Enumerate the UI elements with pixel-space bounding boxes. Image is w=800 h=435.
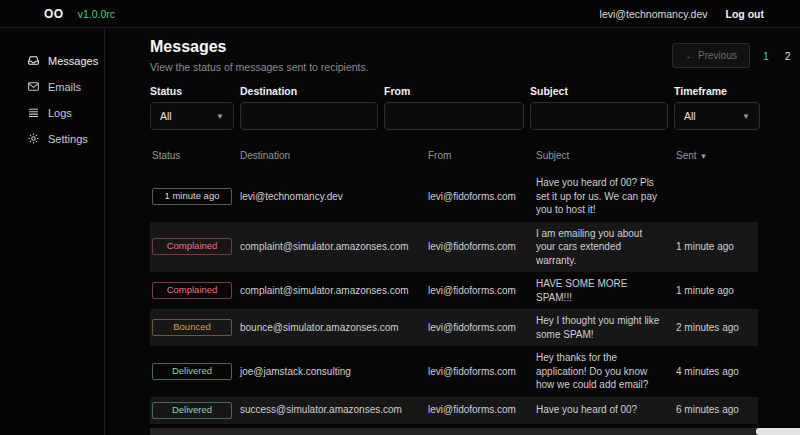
filter-destination: Destination (240, 85, 378, 130)
sent-cell: 1 minute ago (674, 284, 758, 298)
sent-cell: 2 minutes ago (674, 321, 758, 335)
user-email: levi@technomancy.dev (600, 8, 708, 20)
timeframe-select[interactable]: All ▼ (674, 102, 760, 130)
inbox-icon (27, 54, 40, 67)
sidebar-item-label: Emails (48, 81, 81, 93)
filter-from: From (384, 85, 524, 130)
filter-status: Status All ▼ (150, 85, 234, 130)
messages-table: Status Destination From Subject Sent▼ 1 … (150, 144, 758, 435)
topbar-right: levi@technomancy.dev Log out (600, 8, 764, 20)
filter-destination-label: Destination (240, 85, 378, 97)
filter-subject: Subject (530, 85, 668, 130)
filter-status-label: Status (150, 85, 234, 97)
table-row[interactable]: Bounced bounce@simulator.amazonses.com l… (150, 309, 758, 346)
column-header-destination: Destination (238, 144, 426, 171)
chevron-down-icon: ▼ (216, 112, 224, 121)
table-row[interactable]: Complained complaint@simulator.amazonses… (150, 222, 758, 273)
destination-cell: success@simulator.amazonses.com (238, 403, 426, 417)
column-header-status: Status (150, 144, 238, 171)
sidebar-item-settings[interactable]: Settings (27, 132, 104, 145)
timeframe-select-value: All (684, 110, 696, 122)
from-cell: levi@fidoforms.com (426, 403, 534, 417)
horizontal-scrollbar-thumb[interactable] (756, 428, 800, 435)
from-cell: levi@fidoforms.com (426, 365, 534, 379)
column-header-from: From (426, 144, 534, 171)
sidebar-item-label: Messages (48, 55, 98, 67)
table-row[interactable]: Delivered joe@jamstack.consulting levi@f… (150, 346, 758, 397)
gear-icon (27, 132, 40, 145)
sidebar-item-messages[interactable]: Messages (27, 54, 104, 67)
column-header-sent[interactable]: Sent▼ (674, 144, 758, 171)
table-header-row: Status Destination From Subject Sent▼ (150, 144, 758, 171)
pagination: ← Previous 1 2 Next → (672, 43, 800, 68)
envelope-icon (27, 80, 40, 93)
destination-cell: bounce@simulator.amazonses.com (238, 321, 426, 335)
subject-cell: Hey I thought you might like some SPAM! (534, 314, 674, 341)
from-cell: levi@fidoforms.com (426, 190, 534, 204)
previous-page-button[interactable]: ← Previous (672, 43, 750, 68)
sidebar-item-label: Logs (48, 107, 72, 119)
column-header-subject: Subject (534, 144, 674, 171)
chevron-down-icon: ▼ (742, 112, 750, 121)
destination-cell: joe@jamstack.consulting (238, 365, 426, 379)
sent-cell: 1 minute ago (674, 240, 758, 254)
page-number-1[interactable]: 1 (760, 48, 772, 64)
filters-bar: Status All ▼ Destination From Subject Ti… (150, 85, 800, 130)
subject-cell: I am emailing you about your cars extend… (534, 227, 674, 268)
sidebar-item-label: Settings (48, 133, 88, 145)
destination-input[interactable] (250, 110, 368, 122)
subject-cell: Have you heard of 00? (534, 403, 674, 417)
page-title: Messages (150, 38, 369, 56)
table-row[interactable]: Complained complaint@simulator.amazonses… (150, 272, 758, 309)
main-content: Messages View the status of messages sen… (105, 28, 800, 435)
page-subtitle: View the status of messages sent to reci… (150, 61, 369, 73)
sidebar-item-emails[interactable]: Emails (27, 80, 104, 93)
status-select[interactable]: All ▼ (150, 102, 234, 130)
status-select-value: All (160, 110, 172, 122)
status-badge: Delivered (152, 402, 232, 419)
status-badge: Complained (152, 238, 232, 255)
sort-desc-icon: ▼ (700, 152, 708, 161)
subject-cell: HAVE SOME MORE SPAM!!! (534, 277, 674, 304)
app-logo: OO (44, 7, 64, 21)
sidebar-item-logs[interactable]: Logs (27, 106, 104, 119)
status-badge: Delivered (152, 363, 232, 380)
from-cell: levi@fidoforms.com (426, 284, 534, 298)
from-input[interactable] (394, 110, 514, 122)
version-badge: v1.0.0rc (78, 8, 115, 20)
sent-cell: 6 minutes ago (674, 403, 758, 417)
horizontal-scrollbar[interactable] (150, 428, 762, 435)
from-cell: levi@fidoforms.com (426, 240, 534, 254)
logout-button[interactable]: Log out (726, 8, 764, 20)
filter-timeframe: Timeframe All ▼ (674, 85, 760, 130)
status-badge: 1 minute ago (152, 188, 232, 205)
sent-cell: 4 minutes ago (674, 365, 758, 379)
topbar: OO v1.0.0rc levi@technomancy.dev Log out (0, 0, 800, 28)
filter-from-label: From (384, 85, 524, 97)
sidebar: Messages Emails Logs Settings (0, 28, 105, 435)
from-cell: levi@fidoforms.com (426, 321, 534, 335)
subject-cell: Have you heard of 00? Pls set it up for … (534, 176, 674, 217)
destination-cell: levi@technomancy.dev (238, 190, 426, 204)
status-badge: Complained (152, 282, 232, 299)
subject-input[interactable] (540, 110, 658, 122)
subject-cell: Hey thanks for the application! Do you k… (534, 351, 674, 392)
destination-cell: complaint@simulator.amazonses.com (238, 240, 426, 254)
filter-timeframe-label: Timeframe (674, 85, 760, 97)
page-number-2[interactable]: 2 (782, 48, 794, 64)
status-badge: Bounced (152, 319, 232, 336)
list-icon (27, 106, 40, 119)
destination-cell: complaint@simulator.amazonses.com (238, 284, 426, 298)
filter-subject-label: Subject (530, 85, 668, 97)
table-row[interactable]: 1 minute ago levi@technomancy.dev levi@f… (150, 171, 758, 222)
table-row[interactable]: Delivered success@simulator.amazonses.co… (150, 397, 758, 424)
